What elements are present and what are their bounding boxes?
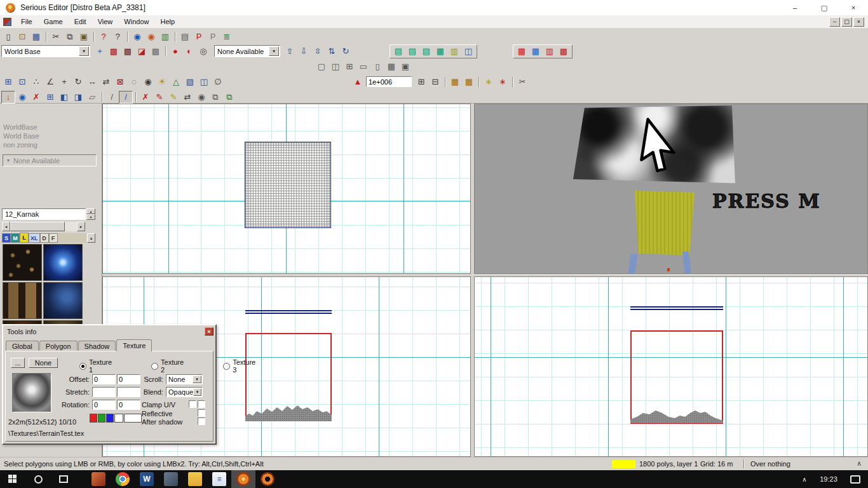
world-globe-orange-icon[interactable]: ◉	[144, 30, 158, 43]
sphere-red-icon[interactable]: ●	[168, 45, 182, 58]
none-available-combo[interactable]: None Available ▾	[214, 45, 280, 57]
zoning-combo[interactable]: ▾ None Available	[3, 154, 97, 166]
menu-window[interactable]: Window	[118, 16, 154, 27]
brush-grid-red-icon[interactable]: ▦	[515, 45, 529, 58]
entity-icon[interactable]: △	[169, 76, 183, 88]
spin-up-icon[interactable]: ▴	[86, 208, 95, 214]
arrow-updown-icon[interactable]: ⇳	[311, 45, 325, 58]
viewport-side-view[interactable]	[474, 276, 868, 457]
world-base-combo[interactable]: World Base ▾	[1, 45, 90, 57]
sector-icon[interactable]: ▧	[183, 76, 197, 88]
mdi-close-button[interactable]: ×	[853, 17, 864, 27]
menu-edit[interactable]: Edit	[69, 16, 92, 27]
palette-wide-swatch[interactable]	[124, 414, 142, 423]
none-texture-button[interactable]: None	[29, 358, 58, 368]
copy-icon[interactable]: ⧉	[63, 30, 77, 43]
texture-thumb-plasma[interactable]	[43, 244, 83, 281]
mdi-restore-button[interactable]: ▢	[841, 17, 852, 27]
lasso-select-icon[interactable]: ◌	[127, 76, 141, 88]
world-sphere-icon[interactable]: ◉	[15, 91, 29, 104]
tools-info-titlebar[interactable]: Tools info	[4, 327, 214, 337]
csg-split-left-icon[interactable]: ◧	[57, 91, 71, 104]
texture-preview[interactable]	[12, 373, 51, 412]
menu-view[interactable]: View	[92, 16, 119, 27]
taskbar-app-gray[interactable]	[159, 470, 183, 488]
brush-grid-blue-icon[interactable]: ▦	[529, 45, 543, 58]
taskbar-app-orange-ring[interactable]	[255, 470, 280, 488]
camera-icon[interactable]: ◉	[141, 76, 155, 88]
checker-flag-red-icon[interactable]: ▩	[107, 45, 121, 58]
brush-checker-red-icon[interactable]: ▩	[557, 45, 571, 58]
terrain-layer-icon-2[interactable]: ▤	[405, 45, 419, 58]
rotate-cw-icon[interactable]: ↻	[339, 45, 353, 58]
pencil-yellow-icon[interactable]: ✎	[166, 91, 180, 104]
texture-2-radio[interactable]: Texture 2	[151, 358, 184, 374]
menu-file[interactable]: File	[15, 16, 38, 27]
mdi-minimize-button[interactable]: –	[829, 17, 840, 27]
world-delete-icon[interactable]: ✗	[29, 91, 43, 104]
room-tool-icon[interactable]: ▱	[85, 91, 99, 104]
size-tab-s[interactable]: S	[2, 233, 11, 243]
frame-copy-icon[interactable]: ⧉	[222, 91, 236, 104]
grid-toggle-icon[interactable]: ⊞	[1, 76, 15, 88]
help-icon[interactable]: ?	[97, 30, 111, 43]
search-button[interactable]	[25, 470, 51, 488]
checker-flag-dark-icon[interactable]: ▩	[121, 45, 135, 58]
light-icon[interactable]: ☀	[155, 76, 169, 88]
palette-red-swatch[interactable]	[90, 414, 97, 423]
terrain-layer-blue-icon[interactable]: ◫	[461, 45, 475, 58]
tray-chevron-icon[interactable]: ∧	[797, 476, 812, 483]
task-view-button[interactable]	[51, 470, 76, 488]
profile-gray-icon[interactable]: P	[206, 30, 220, 43]
arrow-down-icon[interactable]: ⇩	[297, 45, 311, 58]
viewport-layout-tall-icon[interactable]: ▯	[370, 60, 384, 73]
open-world-icon[interactable]: ⊡	[15, 30, 29, 43]
pencil-red-icon[interactable]: ✎	[153, 91, 166, 104]
cut-icon[interactable]: ✂	[49, 30, 63, 43]
taskbar-app-serious-editor[interactable]	[231, 470, 255, 488]
chevron-down-icon[interactable]: ▾	[193, 376, 201, 383]
rotation-u-input[interactable]	[92, 400, 116, 410]
browse-texture-button[interactable]: ...	[11, 358, 25, 368]
menu-help[interactable]: Help	[154, 16, 180, 27]
menu-game[interactable]: Game	[38, 16, 69, 27]
texture-page-icon-1[interactable]: ▦	[448, 76, 462, 88]
chevron-down-icon[interactable]: ▾	[79, 46, 89, 56]
clock[interactable]: 19:23	[812, 475, 845, 483]
terrain-brush-top-view[interactable]	[245, 142, 331, 228]
stretch-v-input[interactable]	[117, 387, 140, 397]
offset-v-input[interactable]	[117, 374, 140, 384]
texture-3-radio[interactable]: Texture 3	[223, 358, 255, 374]
checker-flag-half-icon[interactable]: ◪	[135, 45, 149, 58]
paste-icon[interactable]: ▣	[77, 30, 91, 43]
viewport-layout-wide-icon[interactable]: ▭	[356, 60, 370, 73]
scroll-right-icon[interactable]: ▸	[77, 222, 85, 231]
checker-flag-gray-icon[interactable]: ▩	[149, 45, 163, 58]
eye-icon[interactable]: ◉	[194, 91, 208, 104]
terrain-layer-grid-icon[interactable]: ▦	[433, 45, 447, 58]
save-world-icon[interactable]: ▦	[29, 30, 43, 43]
chevron-down-icon[interactable]: ▾	[269, 46, 279, 56]
after-shadow-checkbox[interactable]	[198, 417, 205, 425]
mip-less-icon[interactable]: ⊟	[428, 76, 442, 88]
palette-blue-swatch[interactable]	[106, 414, 114, 423]
size-tab-f[interactable]: F	[49, 233, 58, 243]
size-tab-d[interactable]: D	[40, 233, 49, 243]
rotation-v-input[interactable]	[117, 400, 140, 410]
context-help-icon[interactable]: ?	[111, 30, 125, 43]
chevron-up-icon[interactable]: ∧	[857, 459, 862, 468]
size-tab-xl[interactable]: XL	[29, 233, 40, 243]
palette-white-swatch[interactable]	[114, 414, 123, 423]
viewport-layout-quad-icon[interactable]: ⊞	[342, 60, 356, 73]
terrain-layer-icon-1[interactable]: ▤	[391, 45, 405, 58]
texture-thumb-hieroglyph-column[interactable]	[3, 282, 42, 319]
slash-active-icon[interactable]: /	[119, 91, 133, 104]
size-tab-l[interactable]: L	[20, 233, 29, 243]
clamp-v-checkbox[interactable]	[198, 400, 205, 408]
move-mode-icon[interactable]: +	[57, 76, 71, 88]
texture-thumb-dark-blue[interactable]	[43, 282, 83, 319]
terrain-layer-icon-3[interactable]: ▤	[419, 45, 433, 58]
viewport-layout-single-icon[interactable]: ▢	[315, 60, 329, 73]
flare-yellow-icon[interactable]: ∗	[482, 76, 496, 88]
viewport-layout-split-icon[interactable]: ◫	[329, 60, 342, 73]
